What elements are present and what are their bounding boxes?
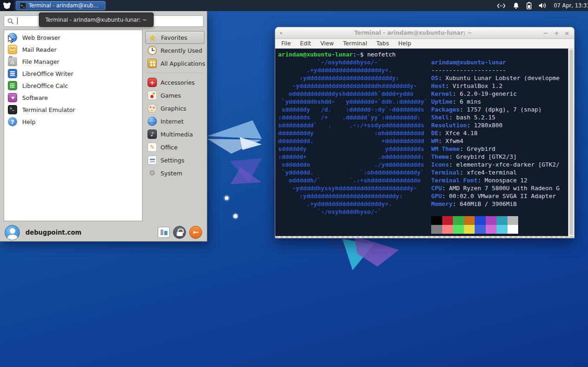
- top-panel: >_ Terminal - arindam@xubunt...: [0, 0, 588, 11]
- info-value: : Xfwm4: [438, 137, 463, 144]
- app-item-terminal-emulator[interactable]: Terminal Emulator: [4, 104, 142, 116]
- neofetch-ascii-art: `-/osyhddddhyso/-` .+ydddddddddddddddddd…: [278, 58, 428, 216]
- info-row-de: DE: Xfce 4.18: [431, 129, 559, 137]
- category-multimedia[interactable]: Multimedia: [145, 128, 204, 141]
- network-icon[interactable]: [497, 3, 506, 9]
- all-settings-button[interactable]: [158, 227, 170, 238]
- info-row-terminal: Terminal: xfce4-terminal: [431, 168, 559, 176]
- recently-used-icon: [148, 46, 157, 55]
- neofetch-info-title: arindam@xubuntu-lunar: [431, 58, 559, 66]
- info-label: WM Theme: [431, 145, 460, 152]
- office-icon: [148, 143, 157, 152]
- log-out-button[interactable]: ←: [189, 226, 202, 239]
- prompt-dollar: $: [360, 51, 364, 58]
- palette-swatch: [442, 216, 453, 225]
- window-titlebar[interactable]: ▾ Terminal - arindam@xubuntu-lunar: ~ − …: [275, 27, 574, 39]
- app-item-software[interactable]: Software: [4, 92, 142, 104]
- username-label: debugpoint.com: [25, 229, 81, 236]
- info-label: CPU: [431, 185, 442, 192]
- info-value: : Greybird: [460, 145, 495, 152]
- palette-swatch: [508, 216, 519, 225]
- menubar-edit[interactable]: Edit: [296, 40, 316, 47]
- menubar-help[interactable]: Help: [394, 40, 416, 47]
- maximize-button[interactable]: +: [554, 27, 559, 39]
- close-button[interactable]: ×: [564, 27, 569, 39]
- info-row-memory: Memory: 640MiB / 3906MiB: [431, 200, 559, 208]
- window-title: Terminal - arindam@xubuntu-lunar: ~: [289, 30, 537, 36]
- window-menu-arrow-icon[interactable]: ▾: [280, 31, 289, 36]
- category-all-applications[interactable]: All Applications: [145, 57, 204, 70]
- info-label: WM: [431, 137, 438, 144]
- category-system[interactable]: System: [145, 167, 204, 180]
- app-item-libreoffice-calc[interactable]: LibreOffice Calc: [4, 80, 142, 92]
- volume-icon[interactable]: [538, 2, 547, 9]
- app-item-file-manager[interactable]: File Manager: [4, 56, 142, 68]
- palette-swatch: [475, 225, 486, 234]
- category-recently-used[interactable]: Recently Used: [145, 44, 204, 57]
- info-row-cpu: CPU: AMD Ryzen 7 5800U with Radeon G: [431, 184, 559, 192]
- info-label: OS: [431, 75, 438, 81]
- app-item-label: Mail Reader: [22, 46, 56, 53]
- internet-icon: [148, 117, 157, 126]
- palette-swatch: [475, 216, 486, 225]
- menubar-file[interactable]: File: [277, 40, 296, 47]
- app-item-mail-reader[interactable]: Mail Reader: [4, 44, 142, 56]
- window-resize-edge[interactable]: [275, 236, 574, 238]
- info-row-uptime: Uptime: 6 mins: [431, 98, 559, 106]
- whisker-menu-button[interactable]: [0, 0, 14, 11]
- app-item-label: File Manager: [22, 58, 59, 65]
- info-value: : bash 5.2.15: [449, 114, 495, 121]
- taskbar-window-button[interactable]: >_ Terminal - arindam@xubunt...: [16, 1, 105, 10]
- category-graphics[interactable]: Graphics: [145, 102, 204, 115]
- accessories-icon: [148, 78, 157, 87]
- category-office[interactable]: Office: [145, 141, 204, 154]
- menubar-tabs[interactable]: Tabs: [372, 40, 394, 47]
- palette-row1: [431, 216, 518, 225]
- terminal-scrollbar[interactable]: [568, 49, 574, 236]
- mouse-cursor: [8, 35, 14, 44]
- palette-swatch: [431, 216, 442, 225]
- info-label: Theme: [431, 153, 449, 160]
- minimize-button[interactable]: −: [543, 27, 548, 39]
- file-manager-icon: [8, 57, 17, 66]
- app-item-web-browser[interactable]: Web Browser: [4, 31, 142, 44]
- info-label: Icons: [431, 161, 449, 168]
- category-games[interactable]: Games: [145, 89, 204, 102]
- terminal-viewport[interactable]: arindam@xubuntu-lunar:~$ neofetch `-/osy…: [275, 49, 574, 236]
- notifications-icon[interactable]: [513, 2, 520, 9]
- category-favorites[interactable]: Favorites: [145, 31, 204, 44]
- palette-swatch: [496, 216, 508, 225]
- info-value: : 640MiB / 3906MiB: [452, 200, 517, 207]
- battery-icon[interactable]: [526, 2, 532, 9]
- terminal-window: ▾ Terminal - arindam@xubuntu-lunar: ~ − …: [275, 27, 575, 238]
- info-label: Uptime: [431, 98, 452, 105]
- info-label: Terminal Font: [431, 177, 477, 184]
- app-item-help[interactable]: Help: [4, 116, 142, 128]
- user-avatar[interactable]: [5, 225, 20, 240]
- whisker-menu: Terminal - arindam@xubuntu-lunar: ~ Web …: [0, 11, 207, 242]
- info-row-icons: Icons: elementary-xfce-darker [GTK2/: [431, 161, 559, 168]
- category-label: System: [161, 170, 182, 177]
- info-row-wm: WM: Xfwm4: [431, 137, 559, 145]
- category-accessories[interactable]: Accessories: [145, 76, 204, 89]
- menu-footer: debugpoint.com ←: [0, 223, 207, 242]
- lock-screen-button[interactable]: [173, 226, 186, 239]
- menubar-view[interactable]: View: [316, 40, 338, 47]
- info-value: : xfce4-terminal: [460, 169, 517, 176]
- info-row-kernel: Kernel: 6.2.0-19-generic: [431, 90, 559, 98]
- info-label: Host: [431, 82, 446, 89]
- panel-clock[interactable]: 07 Apr, 13:31: [554, 2, 586, 9]
- taskbar-window-label: Terminal - arindam@xubunt...: [29, 2, 101, 9]
- category-label: Office: [161, 144, 178, 151]
- scrollbar-thumb[interactable]: [569, 50, 573, 235]
- info-value: : 00:02.0 VMware SVGA II Adapter: [442, 193, 556, 199]
- menubar-terminal[interactable]: Terminal: [339, 40, 372, 47]
- neofetch-info-rows: OS: Xubuntu Lunar Lobster (developmeHost…: [431, 74, 559, 208]
- terminal-menubar: FileEditViewTerminalTabsHelp: [275, 39, 574, 49]
- category-label: All Applications: [161, 60, 205, 67]
- app-item-libreoffice-writer[interactable]: LibreOffice Writer: [4, 68, 142, 80]
- category-internet[interactable]: Internet: [145, 115, 204, 128]
- terminal-prompt-line: arindam@xubuntu-lunar:~$ neofetch: [278, 50, 396, 58]
- category-settings[interactable]: Settings: [145, 154, 204, 167]
- category-label: Settings: [161, 157, 185, 164]
